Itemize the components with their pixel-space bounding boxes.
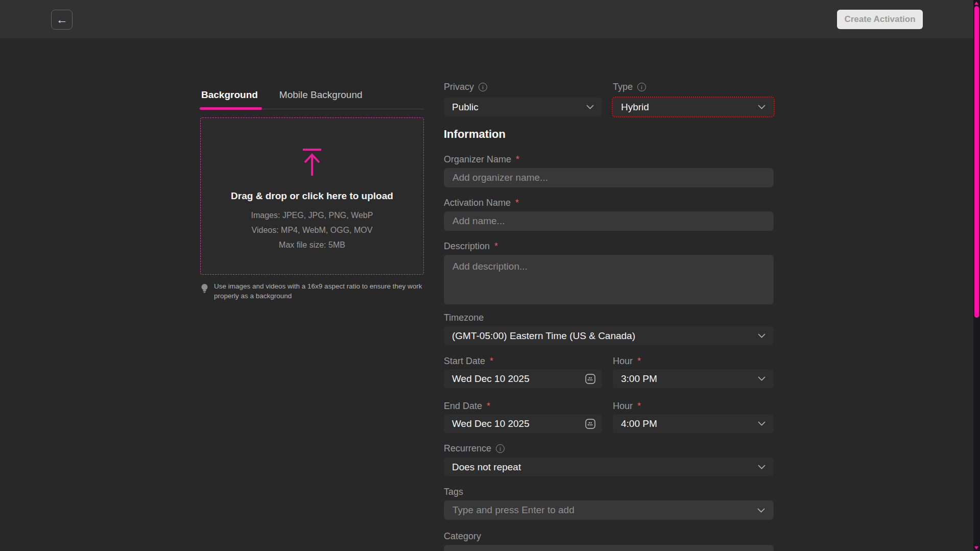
scrollbar-thumb[interactable] [974,6,979,318]
activation-name-input[interactable] [444,211,774,231]
upload-dropzone[interactable]: Drag & drop or click here to upload Imag… [200,117,424,275]
lightbulb-icon [200,283,209,295]
back-arrow-icon: ← [56,14,68,26]
hint-text: Use images and videos with a 16x9 aspect… [214,282,429,301]
active-tab-underline [200,107,262,110]
category-label: Category [444,531,481,542]
back-button[interactable]: ← [51,10,73,30]
end-hour-label: Hour * [613,401,641,412]
info-icon: i [637,83,646,91]
create-activation-button[interactable]: Create Activation [837,10,923,29]
required-asterisk: * [494,241,498,252]
tags-input[interactable]: Type and press Enter to add [444,500,774,520]
required-asterisk: * [515,198,519,208]
chevron-down-icon [758,421,766,426]
page-scrollbar[interactable] [973,0,980,551]
end-hour-select[interactable]: 4:00 PM [613,414,774,433]
calendar-icon [584,373,596,385]
upload-max-size: Max file size: 5MB [279,241,345,250]
info-icon: i [479,83,487,91]
upload-arrow-icon [300,148,324,177]
end-hour-value: 4:00 PM [621,418,657,429]
organizer-name-input[interactable] [444,168,774,187]
privacy-value: Public [452,102,479,113]
recurrence-select[interactable]: Does not repeat [444,458,774,476]
type-value: Hybrid [621,102,649,113]
activation-name-label: Activation Name * [444,198,519,208]
recurrence-value: Does not repeat [452,462,521,473]
tab-mobile-background[interactable]: Mobile Background [278,87,364,109]
tab-background[interactable]: Background [200,87,259,109]
end-date-label: End Date * [444,401,490,412]
chevron-down-icon [758,465,766,469]
type-select[interactable]: Hybrid [613,98,774,116]
timezone-select[interactable]: (GMT-05:00) Eastern Time (US & Canada) [444,326,774,345]
start-hour-label: Hour * [613,356,641,367]
chevron-down-icon [758,376,766,381]
privacy-label: Privacy i [444,82,487,92]
chevron-down-icon [758,333,766,338]
required-asterisk: * [637,401,641,412]
upload-videos-formats: Videos: MP4, WebM, OGG, MOV [252,226,373,235]
start-hour-value: 3:00 PM [621,373,657,385]
start-date-picker[interactable]: Wed Dec 10 2025 [444,369,602,388]
tab-background-label: Background [201,89,258,100]
aspect-ratio-hint: Use images and videos with a 16x9 aspect… [200,282,429,301]
chevron-down-icon [586,105,594,109]
chevron-down-icon [758,105,766,109]
start-date-label: Start Date * [444,356,493,367]
recurrence-label: Recurrence i [444,443,505,454]
category-select[interactable] [444,545,774,551]
tags-label: Tags [444,487,463,497]
description-label: Description * [444,241,498,252]
scrollbar-down-arrow[interactable] [974,546,978,549]
tags-placeholder: Type and press Enter to add [452,505,575,516]
info-icon: i [496,444,505,453]
upload-images-formats: Images: JPEG, JPG, PNG, WebP [251,211,373,220]
end-date-value: Wed Dec 10 2025 [452,418,530,429]
information-section-title: Information [444,128,506,141]
end-date-picker[interactable]: Wed Dec 10 2025 [444,414,602,433]
tab-mobile-background-label: Mobile Background [279,89,363,100]
description-textarea[interactable] [444,255,774,304]
type-label: Type i [613,82,646,92]
start-hour-select[interactable]: 3:00 PM [613,369,774,388]
required-asterisk: * [490,356,493,367]
required-asterisk: * [637,356,641,367]
activation-form: Privacy i Public Type i Hybrid Informati… [444,0,774,551]
upload-title: Drag & drop or click here to upload [231,190,393,202]
timezone-label: Timezone [444,313,484,323]
start-date-value: Wed Dec 10 2025 [452,373,530,385]
timezone-value: (GMT-05:00) Eastern Time (US & Canada) [452,330,635,342]
required-asterisk: * [487,401,490,412]
chevron-down-icon [757,508,765,513]
background-tabs: Background Mobile Background [200,87,424,109]
privacy-select[interactable]: Public [444,98,602,116]
organizer-name-label: Organizer Name * [444,154,519,165]
calendar-icon [584,418,596,430]
required-asterisk: * [516,154,519,165]
scrollbar-up-arrow[interactable] [974,2,978,5]
